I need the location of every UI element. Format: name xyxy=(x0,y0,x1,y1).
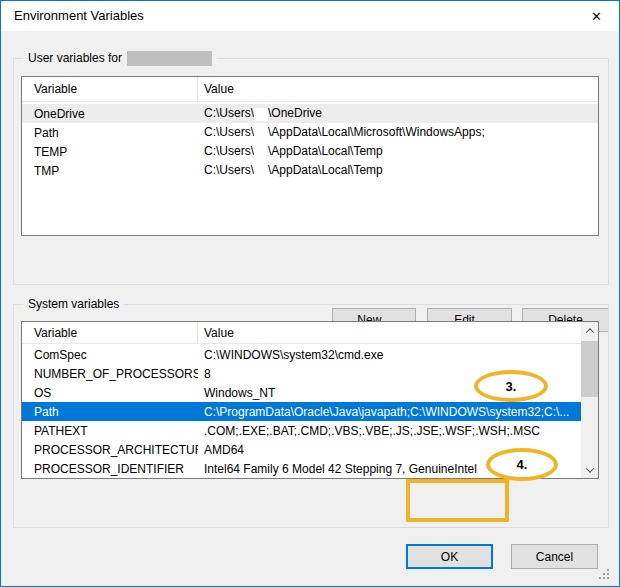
redacted-username xyxy=(254,146,268,159)
value-cell: AMD64 xyxy=(198,443,581,457)
variable-cell: Path xyxy=(22,126,198,140)
ok-button[interactable]: OK xyxy=(406,544,493,569)
chevron-up-icon xyxy=(585,328,593,336)
variable-cell: NUMBER_OF_PROCESSORS xyxy=(22,367,198,381)
scrollbar-thumb[interactable] xyxy=(581,341,598,397)
redacted-username xyxy=(254,127,268,140)
table-row[interactable]: PROCESSOR_IDENTIFIERIntel64 Family 6 Mod… xyxy=(22,459,581,478)
scroll-down-icon[interactable] xyxy=(581,461,598,478)
table-row[interactable]: OneDriveC:\Users\\OneDrive xyxy=(22,104,598,123)
user-variables-rows: OneDriveC:\Users\\OneDrivePathC:\Users\\… xyxy=(22,102,598,180)
title-bar: Environment Variables ✕ xyxy=(1,1,619,31)
table-row[interactable]: PathC:\ProgramData\Oracle\Java\javapath;… xyxy=(22,402,581,421)
value-cell: C:\Users\\AppData\Local\Temp xyxy=(198,163,598,177)
column-header-variable[interactable]: Variable xyxy=(22,77,198,101)
redacted-username xyxy=(254,108,268,121)
user-variables-group: User variables for Variable Value OneDri… xyxy=(13,58,609,285)
variable-cell: OS xyxy=(22,386,198,400)
value-cell: C:\Users\\AppData\Local\Microsoft\Window… xyxy=(198,125,598,139)
table-row[interactable]: NUMBER_OF_PROCESSORS8 xyxy=(22,364,581,383)
table-header: Variable Value xyxy=(22,322,581,344)
table-row[interactable]: OSWindows_NT xyxy=(22,383,581,402)
value-cell: C:\Users\\OneDrive xyxy=(198,106,598,120)
value-cell: C:\ProgramData\Oracle\Java\javapath;C:\W… xyxy=(198,405,581,419)
value-cell: Windows_NT xyxy=(198,386,581,400)
dialog-title: Environment Variables xyxy=(14,8,144,23)
table-row[interactable]: PATHEXT.COM;.EXE;.BAT;.CMD;.VBS;.VBE;.JS… xyxy=(22,421,581,440)
column-header-value[interactable]: Value xyxy=(198,77,598,101)
user-variables-legend: User variables for xyxy=(23,50,217,66)
resize-grip-icon[interactable] xyxy=(599,569,601,571)
value-cell: C:\WINDOWS\system32\cmd.exe xyxy=(198,348,581,362)
vertical-scrollbar[interactable] xyxy=(581,322,598,478)
system-variables-table[interactable]: Variable Value ComSpecC:\WINDOWS\system3… xyxy=(21,321,599,479)
system-variables-legend: System variables xyxy=(23,296,124,312)
table-row[interactable]: TEMPC:\Users\\AppData\Local\Temp xyxy=(22,142,598,161)
system-variables-group: System variables Variable Value ComSpecC… xyxy=(13,304,609,528)
value-cell: .COM;.EXE;.BAT;.CMD;.VBS;.VBE;.JS;.JSE;.… xyxy=(198,424,581,438)
value-cell: 8 xyxy=(198,367,581,381)
table-row[interactable]: ComSpecC:\WINDOWS\system32\cmd.exe xyxy=(22,345,581,364)
redacted-username-box xyxy=(127,51,212,66)
cancel-button[interactable]: Cancel xyxy=(511,544,598,569)
table-row[interactable]: PathC:\Users\\AppData\Local\Microsoft\Wi… xyxy=(22,123,598,142)
user-variables-table[interactable]: Variable Value OneDriveC:\Users\\OneDriv… xyxy=(21,76,599,236)
value-cell: C:\Users\\AppData\Local\Temp xyxy=(198,144,598,158)
variable-cell: TEMP xyxy=(22,145,198,159)
variable-cell: OneDrive xyxy=(22,107,198,121)
chevron-down-icon xyxy=(585,464,593,472)
column-header-value[interactable]: Value xyxy=(198,322,581,343)
table-row[interactable]: PROCESSOR_ARCHITECTUREAMD64 xyxy=(22,440,581,459)
system-variables-rows: ComSpecC:\WINDOWS\system32\cmd.exeNUMBER… xyxy=(22,344,581,478)
variable-cell: PATHEXT xyxy=(22,424,198,438)
system-variables-label: System variables xyxy=(28,297,119,311)
variable-cell: PROCESSOR_ARCHITECTURE xyxy=(22,443,198,457)
column-header-variable[interactable]: Variable xyxy=(22,322,198,343)
scroll-up-icon[interactable] xyxy=(581,322,598,339)
value-cell: Intel64 Family 6 Model 42 Stepping 7, Ge… xyxy=(198,462,581,476)
variable-cell: TMP xyxy=(22,164,198,178)
variable-cell: ComSpec xyxy=(22,348,198,362)
variable-cell: PROCESSOR_IDENTIFIER xyxy=(22,462,198,476)
table-header: Variable Value xyxy=(22,77,598,102)
variable-cell: Path xyxy=(22,405,198,419)
redacted-username xyxy=(254,165,268,178)
environment-variables-dialog: Environment Variables ✕ User variables f… xyxy=(0,0,620,587)
close-icon[interactable]: ✕ xyxy=(574,1,619,31)
user-variables-label: User variables for xyxy=(28,51,122,65)
table-row[interactable]: TMPC:\Users\\AppData\Local\Temp xyxy=(22,161,598,180)
